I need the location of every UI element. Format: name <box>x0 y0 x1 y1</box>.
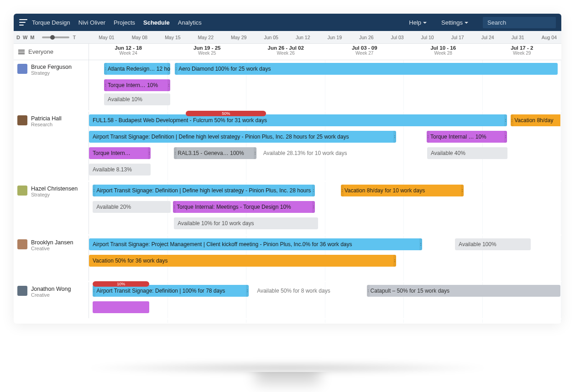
task-bar[interactable] <box>93 301 149 313</box>
week-header: Everyone Jun 12 - 18Week 24 Jun 19 - 25W… <box>14 44 561 60</box>
person-cell[interactable]: Brooklyn Jansen Creative <box>14 236 89 281</box>
person-cell[interactable]: Jonathon Wong Creative <box>14 282 89 318</box>
availability-bar[interactable]: Available 28.13% for 10 work days <box>260 147 427 159</box>
schedule-row: Brooklyn Jansen Creative Airport Transit… <box>14 236 561 282</box>
help-menu[interactable]: Help <box>409 19 427 26</box>
availability-bar[interactable]: Available 8.13% <box>89 164 151 175</box>
availability-bar[interactable]: Available 40% <box>427 147 507 159</box>
person-cell[interactable]: Hazel Christensen Strategy <box>14 182 89 234</box>
task-bar[interactable]: Torque Intern… 10% <box>104 79 170 91</box>
schedule-row: Hazel Christensen Strategy Airport Trans… <box>14 182 561 236</box>
week-col[interactable]: Jun 12 - 18Week 24 <box>89 44 168 60</box>
person-name: Brooklyn Jansen <box>31 239 73 246</box>
task-bar[interactable]: Atlanta Redesign… 12 hours <box>104 63 170 75</box>
avatar <box>17 286 27 296</box>
zoom-slider[interactable] <box>42 36 69 38</box>
search-input[interactable] <box>483 17 556 28</box>
person-name: Bruce Ferguson <box>31 64 72 70</box>
week-col[interactable]: Jun 26 - Jul 02Week 26 <box>246 44 325 60</box>
week-col[interactable]: Jul 10 - 16Week 28 <box>404 44 483 60</box>
person-cell[interactable]: Patricia Hall Research <box>14 112 89 181</box>
nav-projects[interactable]: Projects <box>114 19 135 26</box>
schedule-row: Jonathon Wong Creative 10% Airport Trans… <box>14 282 561 320</box>
avatar <box>17 239 27 249</box>
avatar <box>17 186 27 196</box>
nav-analytics[interactable]: Analytics <box>178 19 202 26</box>
task-bar[interactable]: Torque Internal: Meetings - Torque Desig… <box>173 201 315 213</box>
week-col[interactable]: Jun 19 - 25Week 25 <box>168 44 247 60</box>
filter-icon[interactable] <box>18 50 25 54</box>
scope-label[interactable]: Everyone <box>28 48 53 55</box>
person-role: Creative <box>31 292 71 298</box>
avatar <box>17 64 27 74</box>
person-name: Hazel Christensen <box>31 186 78 192</box>
schedule-row: Bruce Ferguson Strategy Atlanta Redesign… <box>14 60 561 112</box>
nav-schedule[interactable]: Schedule <box>143 19 170 26</box>
availability-bar[interactable]: Available 100% <box>455 238 531 250</box>
task-bar[interactable]: Airport Transit Signage: Definition | De… <box>89 131 396 143</box>
vacation-bar[interactable]: Vacation 50% for 36 work days <box>89 255 396 267</box>
week-col[interactable]: Jul 03 - 09Week 27 <box>325 44 404 60</box>
person-role: Creative <box>31 246 73 251</box>
zoom-week[interactable]: W <box>23 35 27 40</box>
top-nav: Torque Design Nivi Oliver Projects Sched… <box>14 14 561 31</box>
person-role: Strategy <box>31 70 72 76</box>
zoom-day[interactable]: D <box>16 35 20 40</box>
vacation-bar[interactable]: Vacation 8h/day <box>511 114 560 126</box>
mini-timeline[interactable]: May 01 May 08 May 15 May 22 May 29 Jun 0… <box>76 35 559 40</box>
availability-bar[interactable]: Available 20% <box>93 201 171 213</box>
zoom-toggle[interactable]: D W M <box>16 35 35 40</box>
person-role: Research <box>31 122 62 127</box>
nav-user[interactable]: Nivi Oliver <box>78 19 105 26</box>
task-bar[interactable]: RAL3.15 - Geneva… 100% <box>174 147 256 159</box>
person-name: Patricia Hall <box>31 115 62 122</box>
task-bar[interactable]: Catapult – 50% for 15 work days <box>367 285 560 297</box>
zoom-today[interactable]: T <box>73 35 76 40</box>
slider-handle[interactable] <box>50 35 55 40</box>
overload-badge: 10% <box>93 281 149 287</box>
task-bar[interactable]: Torque Internal … 10% <box>427 131 507 143</box>
person-role: Strategy <box>31 192 78 197</box>
task-bar[interactable]: Airport Transit Signage: Definition | De… <box>93 185 314 196</box>
availability-bar[interactable]: Available 10% <box>104 93 170 105</box>
nav-org[interactable]: Torque Design <box>32 19 70 26</box>
logo-icon[interactable] <box>19 19 27 26</box>
availability-bar[interactable]: Available 10% for 10 work days <box>174 217 318 229</box>
availability-bar[interactable]: Available 50% for 8 work days <box>253 285 366 297</box>
zoom-month[interactable]: M <box>30 35 34 40</box>
task-bar[interactable]: Torque Intern… <box>89 147 151 159</box>
task-bar[interactable]: Airport Transit Signage: Project Managem… <box>89 238 422 250</box>
person-name: Jonathon Wong <box>31 286 71 292</box>
availability-bar <box>253 301 366 313</box>
monitor-shadow <box>82 361 493 375</box>
avatar <box>17 115 27 125</box>
settings-menu[interactable]: Settings <box>441 19 468 26</box>
week-col[interactable]: Jul 17 - 2Week 29 <box>483 44 562 60</box>
timeline-subbar: D W M T May 01 May 08 May 15 May 22 May … <box>14 31 561 44</box>
task-bar[interactable]: Aero Diamond 100% for 25 work days <box>175 63 557 75</box>
task-bar[interactable]: FUL1.58 - Budapest Web Development - Ful… <box>89 114 507 126</box>
schedule-row: Patricia Hall Research 50% FUL1.58 - Bud… <box>14 112 561 182</box>
overload-badge: 50% <box>186 111 266 116</box>
vacation-bar[interactable]: Vacation 8h/day for 10 work days <box>341 185 464 196</box>
person-cell[interactable]: Bruce Ferguson Strategy <box>14 60 89 110</box>
